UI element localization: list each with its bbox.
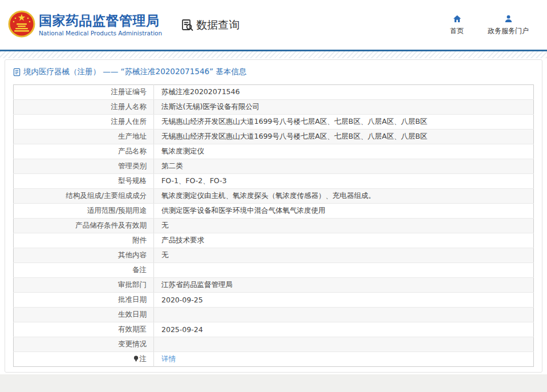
row-label: 生效日期 <box>14 308 154 322</box>
row-label: 适用范围/预期用途 <box>14 204 154 219</box>
table-row: 管理类别 第二类 <box>14 159 534 174</box>
home-icon <box>452 14 462 23</box>
registration-info-table: 注册证编号 苏械注准20202071546 注册人名称 法斯达(无锡)医学设备有… <box>13 84 534 367</box>
table-row: 注册人住所 无锡惠山经济开发区惠山大道1699号八号楼七层A区、七层B区、八层A… <box>14 115 534 130</box>
table-row: 产品名称 氧浓度测定仪 <box>14 144 534 159</box>
row-label: 管理类别 <box>14 159 154 174</box>
table-row: 结构及组成/主要组成成分 氧浓度测定仪由主机、氧浓度探头（氧浓度传感器）、充电器… <box>14 189 534 204</box>
row-label-text: 附件 <box>132 236 147 244</box>
detail-link[interactable]: 详情 <box>161 354 176 363</box>
info-table-body: 注册证编号 苏械注准20202071546 注册人名称 法斯达(无锡)医学设备有… <box>14 85 534 367</box>
row-label-text: 有效期至 <box>118 325 147 333</box>
page: 国家药品监督管理局 National Medical Products Admi… <box>0 0 547 392</box>
row-label-text: 管理类别 <box>118 161 147 170</box>
national-emblem-logo <box>8 10 35 38</box>
nav-home-label: 首页 <box>450 26 464 36</box>
row-value-text: 产品技术要求 <box>161 236 204 244</box>
brand-link[interactable]: 国家药品监督管理局 National Medical Products Admi… <box>6 10 162 40</box>
footer-strip <box>0 374 547 392</box>
row-label-text: 备注 <box>132 265 147 274</box>
table-row: 变更情况 <box>14 337 534 352</box>
row-value-text: FO-1、FO-2、FO-3 <box>161 176 227 185</box>
row-value: 氧浓度测定仪 <box>154 144 534 159</box>
row-value: 苏械注准20202071546 <box>154 85 534 100</box>
top-nav: 首页 政务服务门户 <box>450 14 529 36</box>
row-label-text: 审批部门 <box>118 280 147 289</box>
row-label-text: 批准日期 <box>118 295 147 304</box>
row-label-text: 注册人名称 <box>111 102 147 111</box>
row-value-text: 2020-09-25 <box>161 296 203 304</box>
row-label: 产品储存条件及有效期 <box>14 219 154 233</box>
row-value-text: 氧浓度测定仪 <box>161 147 204 155</box>
row-value <box>154 263 534 278</box>
row-value-text: 2025-09-24 <box>161 325 203 334</box>
row-label: 结构及组成/主要组成成分 <box>14 189 154 204</box>
row-label-text: 产品储存条件及有效期 <box>75 221 147 229</box>
row-label-text: 型号规格 <box>118 176 147 185</box>
table-row: 产品储存条件及有效期 无 <box>14 219 534 233</box>
table-row: 型号规格 FO-1、FO-2、FO-3 <box>14 174 534 189</box>
row-label-text: 产品名称 <box>118 147 147 155</box>
data-query-tab[interactable]: 数据查询 <box>180 18 240 33</box>
brand-title: 国家药品监督管理局 <box>39 13 162 28</box>
row-label-text: 其他内容 <box>118 250 147 259</box>
table-row: 批准日期 2020-09-25 <box>14 293 534 308</box>
table-row: 审批部门 江苏省药品监督管理局 <box>14 278 534 293</box>
table-row: 生产地址 无锡惠山经济开发区惠山大道1699号八号楼七层A区、七层B区、八层A区… <box>14 130 534 144</box>
row-value-text: 氧浓度测定仪由主机、氧浓度探头（氧浓度传感器）、充电器组成。 <box>161 191 375 200</box>
row-label-text: 变更情况 <box>118 340 147 348</box>
row-value: 法斯达(无锡)医学设备有限公司 <box>154 100 534 115</box>
content-panel: 境内医疗器械（注册） —— “苏械注准20202071546” 基本信息 注册证… <box>5 59 542 373</box>
table-row: 注 详情 <box>14 352 534 367</box>
row-label: 变更情况 <box>14 337 154 352</box>
nav-gov-portal[interactable]: 政务服务门户 <box>488 14 529 36</box>
row-value: 无锡惠山经济开发区惠山大道1699号八号楼七层A区、七层B区、八层A区、八层B区 <box>154 130 534 144</box>
row-label-text: 适用范围/预期用途 <box>87 206 147 215</box>
row-label-text: 生产地址 <box>118 132 147 140</box>
row-label: 其他内容 <box>14 248 154 263</box>
table-row: 有效期至 2025-09-24 <box>14 322 534 337</box>
row-value-text: 供测定医学设备和医学环境中混合气体氧气浓度使用 <box>161 206 326 215</box>
breadcrumb: 境内医疗器械（注册） —— “苏械注准20202071546” 基本信息 <box>13 67 534 77</box>
row-value: 第二类 <box>154 159 534 174</box>
table-row: 其他内容 无 <box>14 248 534 263</box>
user-icon <box>504 14 513 23</box>
nav-home[interactable]: 首页 <box>450 14 464 36</box>
row-label: 有效期至 <box>14 322 154 337</box>
row-label-text: 注册证编号 <box>111 87 147 96</box>
row-label: 产品名称 <box>14 144 154 159</box>
brand-subtitle: National Medical Products Administration <box>39 30 162 37</box>
row-label-text: 注册人住所 <box>111 117 147 126</box>
row-label: 注册人住所 <box>14 115 154 130</box>
row-value: 2020-09-25 <box>154 293 534 308</box>
row-label-text: 生效日期 <box>118 310 147 318</box>
row-label: 审批部门 <box>14 278 154 293</box>
row-value: 氧浓度测定仪由主机、氧浓度探头（氧浓度传感器）、充电器组成。 <box>154 189 534 204</box>
row-value: 供测定医学设备和医学环境中混合气体氧气浓度使用 <box>154 204 534 219</box>
table-row: 注册人名称 法斯达(无锡)医学设备有限公司 <box>14 100 534 115</box>
brand-text: 国家药品监督管理局 National Medical Products Admi… <box>39 13 162 37</box>
site-header: 国家药品监督管理局 National Medical Products Admi… <box>0 0 547 51</box>
row-value <box>154 337 534 352</box>
row-value-text: 法斯达(无锡)医学设备有限公司 <box>161 102 260 111</box>
row-value-text: 无 <box>161 221 169 229</box>
row-value <box>154 308 534 322</box>
hatch-divider <box>0 51 547 58</box>
row-value: 无 <box>154 219 534 233</box>
row-value: 详情 <box>154 352 534 367</box>
table-row: 附件 产品技术要求 <box>14 233 534 248</box>
row-label: 型号规格 <box>14 174 154 189</box>
row-value: 产品技术要求 <box>154 233 534 248</box>
table-row: 注册证编号 苏械注准20202071546 <box>14 85 534 100</box>
table-row: 适用范围/预期用途 供测定医学设备和医学环境中混合气体氧气浓度使用 <box>14 204 534 219</box>
row-value-text: 无 <box>161 250 169 259</box>
note-icon <box>133 355 139 363</box>
row-value-text: 无锡惠山经济开发区惠山大道1699号八号楼七层A区、七层B区、八层A区、八层B区 <box>161 117 427 126</box>
data-query-label: 数据查询 <box>196 18 240 33</box>
page-title: 境内医疗器械（注册） —— “苏械注准20202071546” 基本信息 <box>23 67 246 77</box>
row-label-text: 注 <box>140 354 147 363</box>
document-icon <box>13 68 21 76</box>
table-row: 生效日期 <box>14 308 534 322</box>
row-value: FO-1、FO-2、FO-3 <box>154 174 534 189</box>
row-label: 备注 <box>14 263 154 278</box>
